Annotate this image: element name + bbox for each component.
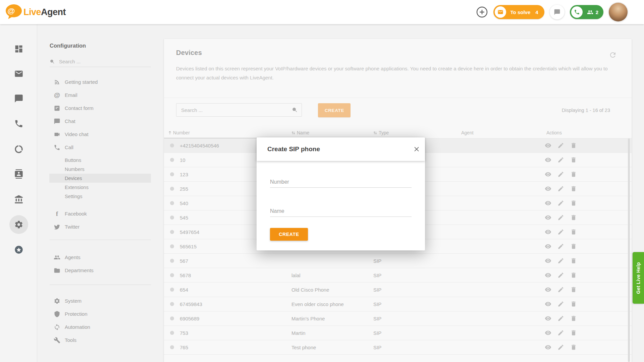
page-title: Devices bbox=[176, 49, 620, 57]
device-type: SIP bbox=[373, 258, 461, 264]
trash-icon[interactable] bbox=[570, 243, 577, 250]
eye-icon[interactable] bbox=[545, 243, 551, 250]
rail-contacts-icon[interactable] bbox=[14, 169, 23, 179]
eye-icon[interactable] bbox=[545, 185, 551, 192]
liveagent-logo[interactable]: @ LiveAgent bbox=[5, 4, 66, 20]
user-avatar[interactable] bbox=[609, 3, 628, 21]
sidebar-item-facebook[interactable]: fFacebook bbox=[38, 207, 151, 220]
pencil-icon[interactable] bbox=[557, 329, 564, 336]
sidebar-item-devices[interactable]: Devices bbox=[49, 174, 151, 183]
sidebar-item-buttons[interactable]: Buttons bbox=[49, 156, 151, 165]
eye-icon[interactable] bbox=[545, 344, 551, 351]
column-header-number[interactable]: Number bbox=[164, 130, 291, 135]
rail-dashboard-icon[interactable] bbox=[14, 44, 23, 54]
pencil-icon[interactable] bbox=[557, 214, 564, 221]
eye-icon[interactable] bbox=[545, 142, 551, 149]
trash-icon[interactable] bbox=[570, 142, 577, 149]
trash-icon[interactable] bbox=[570, 257, 577, 264]
pencil-icon[interactable] bbox=[557, 171, 564, 178]
sidebar-item-protection[interactable]: Protection bbox=[38, 307, 151, 320]
get-live-help-tab[interactable]: Get Live Help bbox=[633, 252, 644, 304]
to-solve-button[interactable]: To solve 4 bbox=[493, 5, 544, 19]
rail-chat-icon[interactable] bbox=[14, 94, 23, 103]
trash-icon[interactable] bbox=[570, 272, 577, 279]
pencil-icon[interactable] bbox=[557, 157, 564, 163]
chat-notifications-button[interactable] bbox=[550, 5, 565, 19]
column-header-type[interactable]: Type bbox=[373, 130, 461, 135]
number-field[interactable] bbox=[270, 176, 412, 188]
eye-icon[interactable] bbox=[545, 301, 551, 307]
sidebar-item-numbers[interactable]: Numbers bbox=[49, 165, 151, 174]
pencil-icon[interactable] bbox=[557, 272, 564, 279]
rail-bank-icon[interactable] bbox=[14, 195, 23, 204]
eye-icon[interactable] bbox=[545, 214, 551, 221]
calls-button[interactable]: 2 bbox=[570, 5, 603, 19]
actions-cell bbox=[545, 243, 632, 250]
eye-icon[interactable] bbox=[545, 272, 551, 279]
sidebar-item-extensions[interactable]: Extensions bbox=[49, 183, 151, 192]
eye-icon[interactable] bbox=[545, 171, 551, 178]
trash-icon[interactable] bbox=[570, 286, 577, 293]
pencil-icon[interactable] bbox=[557, 286, 564, 293]
trash-icon[interactable] bbox=[570, 171, 577, 178]
eye-icon[interactable] bbox=[545, 157, 551, 163]
sidebar-item-video-chat[interactable]: Video chat bbox=[38, 128, 151, 141]
trash-icon[interactable] bbox=[570, 185, 577, 192]
devices-search-input[interactable] bbox=[176, 107, 288, 113]
sidebar-item-system[interactable]: System bbox=[38, 294, 151, 307]
sidebar-search-input[interactable] bbox=[59, 59, 151, 64]
pencil-icon[interactable] bbox=[557, 315, 564, 322]
trash-icon[interactable] bbox=[570, 229, 577, 235]
sidebar-item-chat[interactable]: Chat bbox=[38, 115, 151, 128]
eye-icon[interactable] bbox=[545, 286, 551, 293]
pencil-icon[interactable] bbox=[557, 200, 564, 206]
trash-icon[interactable] bbox=[570, 214, 577, 221]
close-icon[interactable] bbox=[413, 145, 420, 153]
modal-create-button[interactable]: CREATE bbox=[270, 228, 308, 241]
trash-icon[interactable] bbox=[570, 329, 577, 336]
create-device-button[interactable]: CREATE bbox=[318, 103, 351, 117]
rail-star-circle-icon[interactable] bbox=[14, 245, 23, 254]
eye-icon[interactable] bbox=[545, 315, 551, 322]
sidebar-item-tools[interactable]: Tools bbox=[38, 334, 151, 347]
plus-circle-icon[interactable] bbox=[476, 6, 488, 18]
sidebar-item-getting-started[interactable]: Getting started bbox=[38, 75, 151, 88]
sidebar-item-label: Contact form bbox=[65, 105, 94, 111]
pencil-icon[interactable] bbox=[557, 243, 564, 250]
pencil-icon[interactable] bbox=[557, 229, 564, 235]
rail-data-usage-icon[interactable] bbox=[14, 144, 23, 154]
sidebar-item-email[interactable]: @Email bbox=[38, 88, 151, 102]
eye-icon[interactable] bbox=[545, 200, 551, 206]
name-field[interactable] bbox=[270, 205, 412, 217]
sidebar-item-automation[interactable]: Automation bbox=[38, 320, 151, 334]
sidebar-item-departments[interactable]: Departments bbox=[38, 264, 151, 277]
refresh-icon[interactable] bbox=[609, 51, 617, 59]
rail-gear-icon[interactable] bbox=[14, 220, 23, 229]
pencil-icon[interactable] bbox=[557, 344, 564, 351]
pencil-icon[interactable] bbox=[557, 257, 564, 264]
eye-icon[interactable] bbox=[545, 229, 551, 235]
rail-phone-icon[interactable] bbox=[14, 119, 23, 128]
sidebar-item-agents[interactable]: Agents bbox=[38, 251, 151, 264]
trash-icon[interactable] bbox=[570, 344, 577, 351]
pencil-icon[interactable] bbox=[557, 185, 564, 192]
vertical-scrollbar[interactable] bbox=[628, 138, 630, 362]
eye-icon[interactable] bbox=[545, 257, 551, 264]
sidebar-item-settings[interactable]: Settings bbox=[49, 192, 151, 201]
sidebar-item-contact-form[interactable]: Contact form bbox=[38, 102, 151, 115]
search-icon[interactable] bbox=[288, 103, 302, 117]
sidebar-item-call[interactable]: Call bbox=[38, 141, 151, 154]
trash-icon[interactable] bbox=[570, 157, 577, 163]
trash-icon[interactable] bbox=[570, 200, 577, 206]
sidebar-item-twitter[interactable]: Twitter bbox=[38, 220, 151, 233]
pencil-icon[interactable] bbox=[557, 142, 564, 149]
eye-icon[interactable] bbox=[545, 329, 551, 336]
status-dot-icon bbox=[170, 216, 174, 220]
rail-mail-icon[interactable] bbox=[14, 69, 23, 78]
column-header-name[interactable]: Name bbox=[291, 130, 373, 135]
column-label: Number bbox=[173, 130, 190, 135]
trash-icon[interactable] bbox=[570, 301, 577, 307]
trash-icon[interactable] bbox=[570, 315, 577, 322]
device-name: Martin's Phone bbox=[291, 316, 373, 321]
pencil-icon[interactable] bbox=[557, 301, 564, 307]
